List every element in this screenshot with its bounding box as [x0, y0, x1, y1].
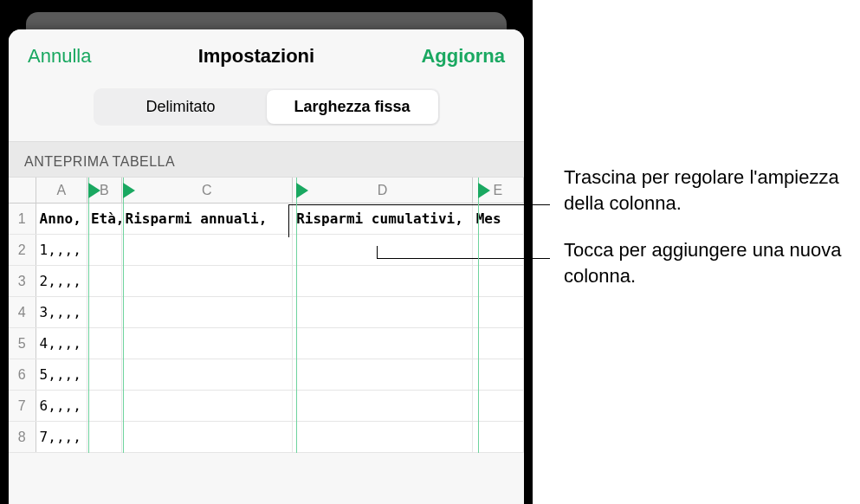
table-cell[interactable]	[87, 297, 122, 327]
settings-dialog: Annulla Impostazioni Aggiorna Delimitato…	[9, 29, 524, 504]
table-cell[interactable]	[122, 391, 294, 421]
callout-line-tap-v	[377, 246, 378, 258]
callout-line-tap-h	[377, 258, 550, 259]
table-cell[interactable]: 7,,,,	[36, 422, 87, 452]
dialog-header: Annulla Impostazioni Aggiorna	[9, 29, 524, 80]
table-row[interactable]: 32,,,,	[9, 266, 524, 297]
table-cell[interactable]: 3,,,,	[36, 297, 87, 327]
table-cell[interactable]	[293, 359, 472, 390]
table-cell[interactable]: 6,,,,	[36, 391, 87, 421]
table-cell[interactable]: 4,,,,	[36, 328, 87, 359]
table-cell[interactable]: Anno,	[36, 204, 87, 234]
table-cell[interactable]	[473, 235, 524, 265]
annotations-panel: Trascina per regolare l'ampiezza della c…	[533, 0, 860, 504]
table-cell[interactable]	[122, 359, 294, 390]
table-cell[interactable]	[293, 328, 472, 359]
table-cell[interactable]	[87, 422, 122, 452]
table-cell[interactable]: Risparmi annuali,	[122, 204, 294, 234]
table-cell[interactable]	[87, 391, 122, 421]
column-handle-triangle-icon[interactable]	[296, 183, 308, 198]
table-cell[interactable]: 1,,,,	[36, 235, 87, 265]
row-number: 3	[9, 266, 36, 296]
col-header-a[interactable]: A	[36, 178, 87, 203]
mode-segmented-control: Delimitato Larghezza fissa	[94, 88, 440, 126]
table-row[interactable]: 21,,,,	[9, 235, 524, 266]
table-row[interactable]: 1Anno,Età,Risparmi annuali,Risparmi cumu…	[9, 204, 524, 235]
row-number: 2	[9, 235, 36, 265]
column-handle-triangle-icon[interactable]	[123, 183, 135, 198]
table-cell[interactable]	[293, 235, 472, 265]
table-cell[interactable]	[122, 297, 294, 327]
table-row[interactable]: 54,,,,	[9, 328, 524, 359]
table-row[interactable]: 65,,,,	[9, 359, 524, 391]
app-background: Annulla Impostazioni Aggiorna Delimitato…	[0, 0, 533, 504]
row-number: 5	[9, 328, 36, 359]
table-cell[interactable]	[122, 266, 294, 296]
row-number: 1	[9, 204, 36, 234]
table-cell[interactable]	[473, 266, 524, 296]
table-cell[interactable]	[473, 391, 524, 421]
table-cell[interactable]	[473, 328, 524, 359]
table-cell[interactable]: 2,,,,	[36, 266, 87, 296]
row-number: 7	[9, 391, 36, 421]
callout-line-drag-v	[288, 204, 289, 237]
row-number: 6	[9, 359, 36, 390]
row-number: 8	[9, 422, 36, 452]
table-cell[interactable]	[473, 422, 524, 452]
table-cell[interactable]: 5,,,,	[36, 359, 87, 390]
table-cell[interactable]	[122, 328, 294, 359]
annotation-drag: Trascina per regolare l'ampiezza della c…	[564, 165, 858, 216]
table-cell[interactable]	[293, 422, 472, 452]
corner-cell	[9, 178, 36, 203]
table-cell[interactable]: Età,	[87, 204, 122, 234]
callout-line-drag-h	[288, 204, 550, 205]
table-cell[interactable]	[473, 359, 524, 390]
table-cell[interactable]	[293, 297, 472, 327]
table-cell[interactable]	[87, 235, 122, 265]
column-handle-triangle-icon[interactable]	[478, 183, 490, 198]
column-header-row: A B C D E	[9, 178, 524, 204]
col-header-d[interactable]: D	[293, 178, 473, 203]
dialog-title: Impostazioni	[198, 45, 314, 68]
table-cell[interactable]	[293, 266, 472, 296]
table-row[interactable]: 43,,,,	[9, 297, 524, 328]
data-rows: 1Anno,Età,Risparmi annuali,Risparmi cumu…	[9, 204, 524, 453]
table-preview[interactable]: A B C D E 1Anno,Età,Risparmi annuali,Ris…	[9, 178, 524, 453]
annotation-tap: Tocca per aggiungere una nuova colonna.	[564, 237, 850, 288]
column-handle-triangle-icon[interactable]	[88, 183, 100, 198]
table-row[interactable]: 76,,,,	[9, 391, 524, 422]
segment-delimited[interactable]: Delimitato	[95, 90, 267, 124]
table-cell[interactable]	[87, 266, 122, 296]
cancel-button[interactable]: Annulla	[28, 45, 91, 68]
table-cell[interactable]: Mes	[473, 204, 524, 234]
table-cell[interactable]	[87, 359, 122, 390]
table-cell[interactable]: Risparmi cumulativi,	[293, 204, 472, 234]
update-button[interactable]: Aggiorna	[421, 45, 505, 68]
segment-fixed-width[interactable]: Larghezza fissa	[267, 90, 438, 124]
col-header-c[interactable]: C	[122, 178, 294, 203]
table-cell[interactable]	[293, 391, 472, 421]
table-cell[interactable]	[87, 328, 122, 359]
row-number: 4	[9, 297, 36, 327]
preview-section-header: Anteprima Tabella	[9, 141, 524, 178]
table-row[interactable]: 87,,,,	[9, 422, 524, 453]
table-cell[interactable]	[122, 422, 294, 452]
table-cell[interactable]	[122, 235, 294, 265]
table-cell[interactable]	[473, 297, 524, 327]
